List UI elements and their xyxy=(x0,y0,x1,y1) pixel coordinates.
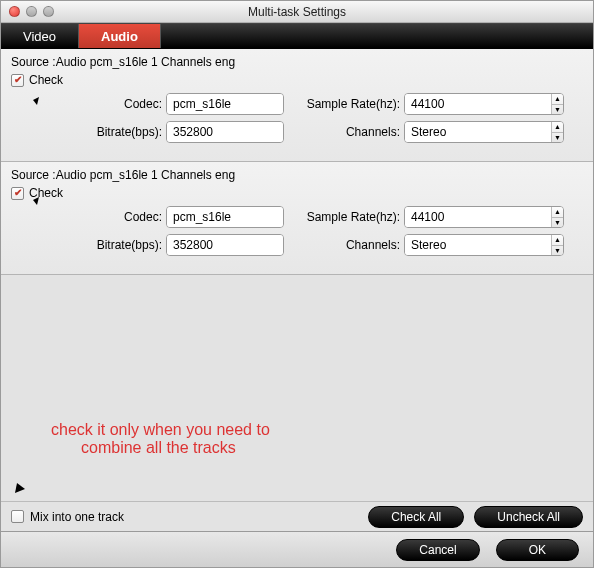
stepper-icon[interactable]: ▲▼ xyxy=(551,122,563,142)
bitrate-input[interactable] xyxy=(167,235,284,255)
codec-input[interactable] xyxy=(167,207,284,227)
audio-source-block: Source :Audio pcm_s16le 1 Channels eng C… xyxy=(1,162,593,275)
codec-label: Codec: xyxy=(11,210,166,224)
bitrate-label: Bitrate(bps): xyxy=(11,125,166,139)
mix-into-one-checkbox[interactable] xyxy=(11,510,24,523)
bitrate-stepper[interactable]: ▲▼ xyxy=(166,234,284,256)
svg-line-4 xyxy=(15,463,39,493)
samplerate-stepper[interactable]: ▲▼ xyxy=(404,206,564,228)
tabbar: Video Audio xyxy=(1,23,593,49)
samplerate-label: Sample Rate(hz): xyxy=(296,210,404,224)
include-checkbox-label: Check xyxy=(29,73,63,87)
channels-select[interactable]: ▲▼ xyxy=(404,121,564,143)
stepper-icon[interactable]: ▲▼ xyxy=(551,94,563,114)
bitrate-input[interactable] xyxy=(167,122,284,142)
codec-input[interactable] xyxy=(167,94,284,114)
channels-input[interactable] xyxy=(405,122,551,142)
include-checkbox-label: Check xyxy=(29,186,63,200)
source-description: Source :Audio pcm_s16le 1 Channels eng xyxy=(11,55,583,69)
minimize-window-icon xyxy=(26,6,37,17)
window-controls xyxy=(1,6,54,17)
channels-input[interactable] xyxy=(405,235,551,255)
cancel-button[interactable]: Cancel xyxy=(396,539,479,561)
mix-into-one-label: Mix into one track xyxy=(30,510,124,524)
check-all-button[interactable]: Check All xyxy=(368,506,464,528)
bitrate-label: Bitrate(bps): xyxy=(11,238,166,252)
window-title: Multi-task Settings xyxy=(1,5,593,19)
annotation-text: check it only when you need to combine a… xyxy=(51,421,270,457)
bitrate-stepper[interactable]: ▲▼ xyxy=(166,121,284,143)
audio-source-block: Source :Audio pcm_s16le 1 Channels eng C… xyxy=(1,49,593,162)
stepper-icon[interactable]: ▲▼ xyxy=(551,207,563,227)
settings-window: Multi-task Settings Video Audio Source :… xyxy=(0,0,594,568)
include-checkbox[interactable] xyxy=(11,187,24,200)
samplerate-input[interactable] xyxy=(405,94,551,114)
titlebar: Multi-task Settings xyxy=(1,1,593,23)
content-area: Source :Audio pcm_s16le 1 Channels eng C… xyxy=(1,49,593,501)
ok-button[interactable]: OK xyxy=(496,539,579,561)
uncheck-all-button[interactable]: Uncheck All xyxy=(474,506,583,528)
codec-label: Codec: xyxy=(11,97,166,111)
samplerate-label: Sample Rate(hz): xyxy=(296,97,404,111)
codec-select[interactable]: ▲▼ xyxy=(166,93,284,115)
samplerate-input[interactable] xyxy=(405,207,551,227)
stepper-icon[interactable]: ▲▼ xyxy=(551,235,563,255)
channels-label: Channels: xyxy=(296,125,404,139)
source-description: Source :Audio pcm_s16le 1 Channels eng xyxy=(11,168,583,182)
channels-select[interactable]: ▲▼ xyxy=(404,234,564,256)
channels-label: Channels: xyxy=(296,238,404,252)
annotation-arrow-icon xyxy=(9,459,43,499)
tab-video[interactable]: Video xyxy=(1,24,79,48)
close-window-icon[interactable] xyxy=(9,6,20,17)
options-bar: Mix into one track Check All Uncheck All xyxy=(1,501,593,531)
include-checkbox[interactable] xyxy=(11,74,24,87)
svg-marker-5 xyxy=(15,483,25,493)
dialog-buttons-bar: Cancel OK xyxy=(1,531,593,567)
zoom-window-icon xyxy=(43,6,54,17)
tab-audio[interactable]: Audio xyxy=(79,24,161,48)
codec-select[interactable]: ▲▼ xyxy=(166,206,284,228)
samplerate-stepper[interactable]: ▲▼ xyxy=(404,93,564,115)
